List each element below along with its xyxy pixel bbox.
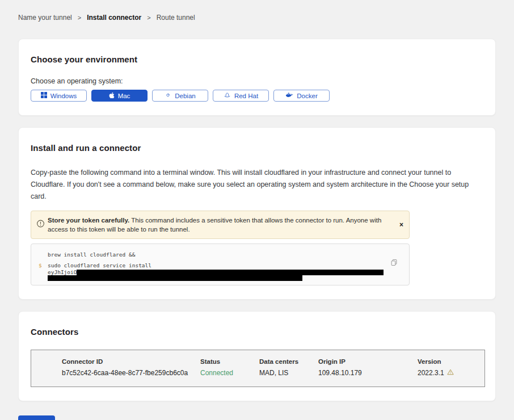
table-row: b7c52c42-6caa-48ee-8c77-fbe259cb6c0a Con… [62,369,484,377]
os-button-label: Debian [175,93,195,99]
column-header-connector-id: Connector ID [62,358,200,365]
version-value: 2022.3.1 [418,369,484,377]
apple-logo-icon [109,92,115,100]
code-line-service-install: sudo cloudflared service install [48,262,409,269]
os-button-mac[interactable]: Mac [91,90,148,102]
os-button-label: Windows [50,93,77,99]
connectors-card: Connectors Connector ID Status Data cent… [18,311,496,401]
install-description: Copy-paste the following command into a … [31,167,483,203]
os-button-group: Windows Mac Debian [31,90,483,102]
warning-triangle-icon [447,369,454,377]
token-line: eyJhIjoiO [48,270,409,275]
token-prefix-text: eyJhIjoiO [48,270,77,275]
status-badge: Connected [200,369,259,377]
os-button-docker[interactable]: Docker [273,90,330,102]
column-header-origin-ip: Origin IP [318,358,418,365]
token-warning-bold: Store your token carefully. [48,217,129,224]
next-button[interactable]: Next [18,415,55,420]
connectors-title: Connectors [31,327,483,337]
choose-environment-card: Choose your environment Choose an operat… [18,39,496,116]
connector-id-value: b7c52c42-6caa-48ee-8c77-fbe259cb6c0a [62,369,200,377]
breadcrumb-step-install-connector[interactable]: Install connector [87,14,141,22]
os-button-windows[interactable]: Windows [31,90,87,102]
windows-logo-icon [41,92,47,99]
data-centers-value: MAD, LIS [259,369,318,377]
token-redaction-bar [48,275,302,281]
alert-circle-icon [36,220,45,230]
origin-ip-value: 109.48.10.179 [318,369,418,377]
debian-logo-icon [165,92,171,100]
breadcrumb: Name your tunnel > Install connector > R… [18,14,496,22]
breadcrumb-separator: > [78,14,81,21]
os-button-debian[interactable]: Debian [152,90,208,102]
os-button-label: Red Hat [234,93,258,99]
shell-prompt: $ [39,262,42,269]
os-button-label: Mac [118,93,130,99]
os-button-redhat[interactable]: Red Hat [213,90,269,102]
column-header-version: Version [418,358,484,365]
token-warning-banner: Store your token carefully. This command… [31,211,410,239]
column-header-status: Status [200,358,259,365]
breadcrumb-step-route-tunnel[interactable]: Route tunnel [157,14,195,22]
choose-environment-title: Choose your environment [31,54,483,64]
os-select-label: Choose an operating system: [31,77,483,85]
connectors-table-header: Connector ID Status Data centers Origin … [62,358,484,365]
docker-logo-icon [285,92,293,99]
token-redaction-bar [77,270,384,275]
code-line-brew: brew install cloudflared && [48,251,409,258]
close-icon[interactable]: × [399,221,403,228]
copy-icon[interactable] [390,259,398,266]
redhat-logo-icon [224,92,231,100]
install-connector-card: Install and run a connector Copy-paste t… [18,127,496,300]
install-connector-title: Install and run a connector [31,143,483,153]
os-button-label: Docker [297,93,317,99]
connectors-table: Connector ID Status Data centers Origin … [31,350,485,387]
tunnel-setup-page: Name your tunnel > Install connector > R… [0,14,514,420]
install-command-codeblock: brew install cloudflared && $ sudo cloud… [31,243,410,285]
token-warning-text: Store your token carefully. This command… [48,216,384,234]
column-header-data-centers: Data centers [259,358,318,365]
breadcrumb-step-name-your-tunnel[interactable]: Name your tunnel [18,14,72,22]
breadcrumb-separator: > [147,14,150,21]
